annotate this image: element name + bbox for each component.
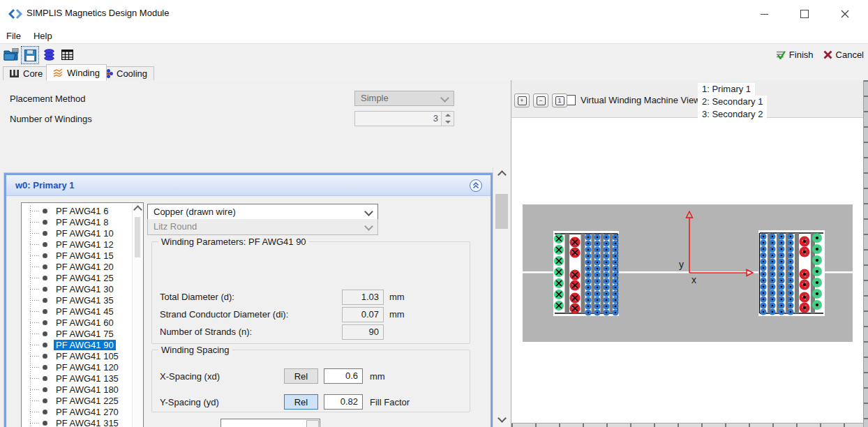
tree-node-bullet — [43, 242, 47, 247]
tree-node-bullet — [43, 320, 47, 325]
winding-w0-header: w0: Primary 1 — [6, 175, 491, 196]
wire-list-item-label: PF AWG41 20 — [54, 262, 116, 272]
wire-list-item[interactable]: PF AWG41 180 — [22, 384, 133, 395]
spacing-value-field[interactable]: 0.6 — [324, 368, 363, 384]
material-select[interactable]: Copper (drawn wire) — [147, 204, 378, 220]
finish-label: Finish — [789, 50, 814, 60]
table-button[interactable] — [59, 46, 75, 63]
tree-node-bullet — [43, 354, 47, 359]
tree-connector — [30, 222, 40, 223]
tree-connector — [30, 233, 40, 234]
cutoff-input-button[interactable] — [306, 420, 319, 427]
wire-list-scrollbar[interactable] — [132, 203, 143, 427]
finish-button[interactable]: Finish — [776, 50, 814, 60]
cancel-button[interactable]: Cancel — [823, 50, 864, 60]
tab-bar: Core Winding Cooling — [0, 64, 868, 81]
wire-type-value: Litz Round — [154, 221, 197, 232]
spacing-value-field[interactable]: 0.82 — [324, 394, 363, 410]
collapse-panel-button[interactable] — [470, 179, 482, 192]
wire-list-item[interactable]: PF AWG41 105 — [22, 350, 133, 361]
wire-list-item[interactable]: PF AWG41 35 — [22, 294, 133, 306]
wire-list-item[interactable]: PF AWG41 30 — [22, 283, 133, 294]
wire-list-item[interactable]: PF AWG41 60 — [22, 317, 133, 328]
scrollbar-down-button[interactable] — [493, 413, 510, 426]
minimize-icon — [761, 14, 768, 15]
menu-help[interactable]: Help — [27, 29, 59, 43]
scrollbar-thumb[interactable] — [495, 194, 508, 229]
wire-list-item[interactable]: PF AWG41 15 — [22, 250, 133, 261]
core-icon — [10, 70, 20, 77]
close-button[interactable] — [825, 0, 865, 28]
tree-connector — [30, 412, 40, 412]
zoom-in-button[interactable]: + — [514, 93, 530, 107]
tree-connector — [30, 278, 40, 278]
panel-scrollbar[interactable] — [493, 167, 510, 427]
minimize-button[interactable] — [744, 0, 784, 28]
tree-node-bullet — [43, 264, 47, 269]
tab-core[interactable]: Core — [3, 66, 50, 81]
tab-core-label: Core — [23, 68, 43, 79]
wire-list-item-label: PF AWG41 12 — [54, 239, 116, 250]
wire-list-item[interactable]: PF AWG41 8 — [22, 216, 133, 227]
number-of-windings-label: Number of Windings — [10, 114, 92, 124]
wire-list-item[interactable]: PF AWG41 6 — [22, 205, 133, 216]
tab-cooling-label: Cooling — [117, 68, 147, 79]
database-button[interactable] — [40, 46, 57, 63]
material-value: Copper (drawn wire) — [154, 207, 236, 217]
rel-toggle-button[interactable]: Rel — [284, 368, 318, 384]
wire-list-item-label: PF AWG41 60 — [54, 317, 116, 328]
menu-bar: File Help — [0, 28, 868, 43]
param-value-field[interactable]: 90 — [342, 324, 384, 340]
cancel-label: Cancel — [836, 50, 864, 60]
tree-connector — [30, 423, 40, 424]
wire-list-item[interactable]: PF AWG41 25 — [22, 272, 133, 283]
param-value-field[interactable]: 0.07 — [342, 307, 384, 322]
maximize-button[interactable] — [784, 0, 825, 28]
wire-list-item[interactable]: PF AWG41 75 — [22, 328, 133, 339]
wire-list-item[interactable]: PF AWG41 12 — [22, 239, 133, 250]
zoom-actual-icon: 1 — [555, 96, 564, 105]
wire-list-item-label: PF AWG41 180 — [54, 384, 121, 395]
wire-list-item[interactable]: PF AWG41 10 — [22, 227, 133, 239]
tab-winding[interactable]: Winding — [46, 64, 107, 81]
rel-toggle-button[interactable]: Rel — [284, 394, 318, 410]
zoom-actual-button[interactable]: 1 — [552, 93, 567, 107]
wire-list-item-label: PF AWG41 135 — [54, 373, 121, 384]
wire-list-item[interactable]: PF AWG41 225 — [22, 395, 133, 406]
wire-list-item[interactable]: PF AWG41 20 — [22, 261, 133, 272]
tree-connector — [30, 211, 40, 211]
zoom-out-button[interactable]: − — [533, 93, 548, 107]
save-design-button[interactable] — [21, 46, 39, 64]
winding-parameters-group: Winding Parameters: PF AWG41 90 Total Di… — [151, 241, 470, 344]
title-bar: SIMPLIS Magnetics Design Module — [0, 0, 868, 28]
open-design-button[interactable] — [3, 46, 20, 63]
wire-list-item[interactable]: PF AWG41 135 — [22, 373, 133, 384]
tree-node-bullet — [43, 209, 47, 214]
wire-list-item[interactable]: PF AWG41 45 — [22, 306, 133, 317]
param-value-field[interactable]: 1.03 — [342, 290, 384, 305]
tree-node-bullet — [43, 387, 47, 392]
wire-list-item[interactable]: PF AWG41 120 — [22, 361, 133, 373]
app-icon — [8, 8, 22, 20]
tree-node-bullet — [43, 253, 47, 258]
scroll-up-icon — [133, 205, 142, 214]
finish-icon — [776, 50, 786, 59]
open-design-icon — [3, 48, 19, 61]
virtual-winding-machine-label: Virtual Winding Machine View — [581, 95, 701, 105]
spacing-unit: mm — [370, 371, 385, 382]
wire-list-item[interactable]: PF AWG41 315 — [22, 417, 133, 427]
param-label: Number of Strands (n): — [160, 327, 252, 337]
wire-list-item[interactable]: PF AWG41 90 — [22, 339, 133, 350]
cutoff-input-box[interactable] — [220, 419, 320, 427]
wire-list-item-label: PF AWG41 105 — [54, 351, 121, 361]
legend-entry: 3: Secondary 2 — [698, 108, 767, 121]
wire-list-item-label: PF AWG41 75 — [54, 329, 116, 339]
tree-node-bullet — [43, 343, 47, 347]
wire-list-item[interactable]: PF AWG41 270 — [22, 406, 133, 417]
tree-node-bullet — [43, 309, 47, 314]
menu-file[interactable]: File — [0, 29, 27, 43]
scrollbar-thumb[interactable] — [135, 217, 140, 257]
scrollbar-up-button[interactable] — [493, 167, 510, 180]
tree-node-bullet — [43, 376, 47, 381]
tree-connector — [30, 300, 40, 301]
